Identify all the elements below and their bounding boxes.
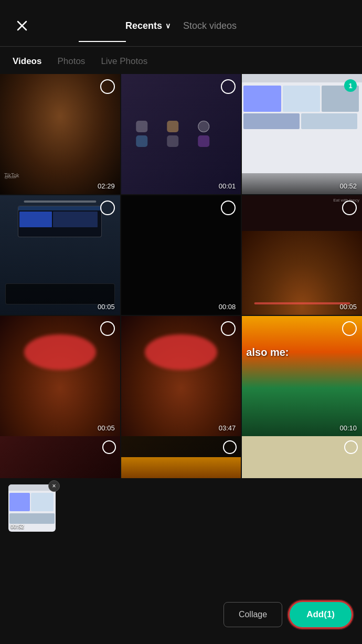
- partial-item-3[interactable]: [242, 436, 362, 478]
- grid-item-7[interactable]: 00:05: [0, 316, 120, 436]
- duration-5: 00:08: [219, 303, 236, 311]
- tab-live-photos[interactable]: Live Photos: [101, 56, 147, 69]
- select-circle-4[interactable]: [100, 200, 115, 215]
- duration-3: 00:52: [339, 182, 357, 190]
- preview-thumbnail: 00:52: [8, 484, 56, 532]
- grid-item-1[interactable]: TikTok @user 02:29: [0, 74, 120, 194]
- grid-item-9[interactable]: also me: 00:10: [242, 316, 362, 436]
- selection-badge-3: 1: [344, 79, 357, 92]
- grid-item-8[interactable]: 03:47: [121, 316, 241, 436]
- bottom-spacer: [0, 541, 362, 588]
- partial-row: [0, 436, 362, 478]
- duration-6: 00:05: [339, 303, 357, 311]
- recents-tab[interactable]: Recents ∨: [119, 20, 177, 31]
- collage-button[interactable]: Collage: [223, 602, 282, 627]
- tab-videos[interactable]: Videos: [13, 56, 41, 69]
- preview-duration: 00:52: [10, 524, 24, 530]
- close-button[interactable]: [13, 16, 31, 35]
- chevron-down-icon: ∨: [165, 22, 171, 30]
- grid-item-3[interactable]: 1 00:52: [242, 74, 362, 194]
- header: Recents ∨ Stock videos: [0, 0, 362, 37]
- duration-7: 00:05: [98, 424, 115, 432]
- add-button[interactable]: Add(1): [290, 602, 352, 627]
- preview-remove-button[interactable]: ×: [48, 480, 60, 492]
- grid-item-5[interactable]: 00:08: [121, 195, 241, 315]
- bottom-bar: Collage Add(1): [0, 594, 362, 644]
- duration-9: 00:10: [339, 424, 357, 432]
- duration-1: 02:29: [98, 182, 115, 190]
- duration-8: 03:47: [219, 424, 236, 432]
- sub-tabs: Videos Photos Live Photos: [0, 47, 362, 74]
- header-tabs: Recents ∨ Stock videos: [31, 20, 331, 31]
- grid-item-4[interactable]: 00:05: [0, 195, 120, 315]
- partial-circle-3[interactable]: [344, 440, 358, 454]
- duration-2: 00:01: [219, 182, 236, 190]
- active-tab-underline: [79, 41, 126, 42]
- preview-wrapper: 00:52 ×: [8, 484, 56, 532]
- selected-preview-area: 00:52 ×: [0, 478, 362, 541]
- recents-label: Recents: [125, 20, 162, 31]
- tab-photos[interactable]: Photos: [57, 56, 85, 69]
- partial-item-1[interactable]: [0, 436, 120, 478]
- stock-videos-label: Stock videos: [183, 20, 237, 31]
- select-circle-1[interactable]: [100, 79, 115, 94]
- partial-circle-1[interactable]: [102, 440, 116, 454]
- select-circle-6[interactable]: [342, 200, 357, 215]
- duration-4: 00:05: [98, 303, 115, 311]
- grid-item-6[interactable]: Eat with fancy 00:05: [242, 195, 362, 315]
- stock-videos-tab[interactable]: Stock videos: [177, 20, 243, 31]
- grid-item-2[interactable]: 00:01: [121, 74, 241, 194]
- partial-item-2[interactable]: [121, 436, 241, 478]
- video-grid: TikTok @user 02:29 00:01: [0, 74, 362, 436]
- select-circle-5[interactable]: [221, 200, 236, 215]
- select-circle-7[interactable]: [100, 321, 115, 336]
